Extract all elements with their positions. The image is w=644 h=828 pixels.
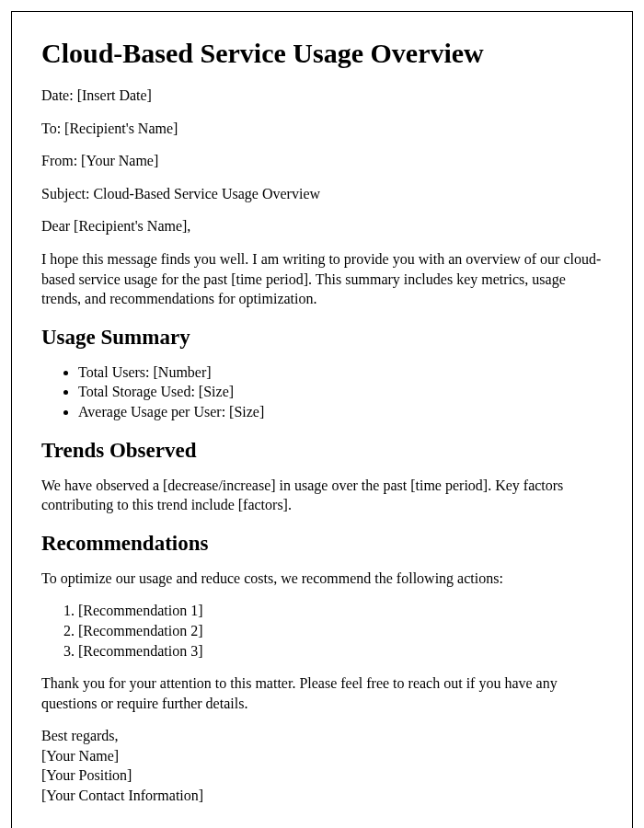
meta-from: From: [Your Name] — [41, 151, 603, 171]
list-item: Total Users: [Number] — [78, 362, 603, 383]
list-item: [Recommendation 1] — [78, 601, 603, 621]
signoff-name: [Your Name] — [41, 746, 603, 766]
meta-to: To: [Recipient's Name] — [41, 119, 603, 139]
signoff-contact: [Your Contact Information] — [41, 786, 603, 806]
list-item: Average Usage per User: [Size] — [78, 402, 603, 422]
trends-heading: Trends Observed — [41, 439, 603, 463]
recommendations-heading: Recommendations — [41, 532, 603, 556]
recommendations-intro: To optimize our usage and reduce costs, … — [41, 569, 603, 589]
trends-body: We have observed a [decrease/increase] i… — [41, 476, 603, 515]
document-page: Cloud-Based Service Usage Overview Date:… — [11, 11, 633, 828]
page-title: Cloud-Based Service Usage Overview — [41, 38, 603, 69]
meta-date: Date: [Insert Date] — [41, 86, 603, 106]
meta-subject: Subject: Cloud-Based Service Usage Overv… — [41, 184, 603, 204]
salutation: Dear [Recipient's Name], — [41, 216, 603, 236]
signoff-regards: Best regards, — [41, 726, 603, 746]
list-item: [Recommendation 2] — [78, 621, 603, 641]
usage-summary-list: Total Users: [Number] Total Storage Used… — [41, 362, 603, 422]
list-item: [Recommendation 3] — [78, 641, 603, 661]
closing-paragraph: Thank you for your attention to this mat… — [41, 673, 603, 713]
list-item: Total Storage Used: [Size] — [78, 382, 603, 402]
usage-summary-heading: Usage Summary — [41, 326, 603, 350]
recommendations-list: [Recommendation 1] [Recommendation 2] [R… — [41, 601, 603, 661]
intro-paragraph: I hope this message finds you well. I am… — [41, 249, 603, 309]
signoff-position: [Your Position] — [41, 765, 603, 786]
